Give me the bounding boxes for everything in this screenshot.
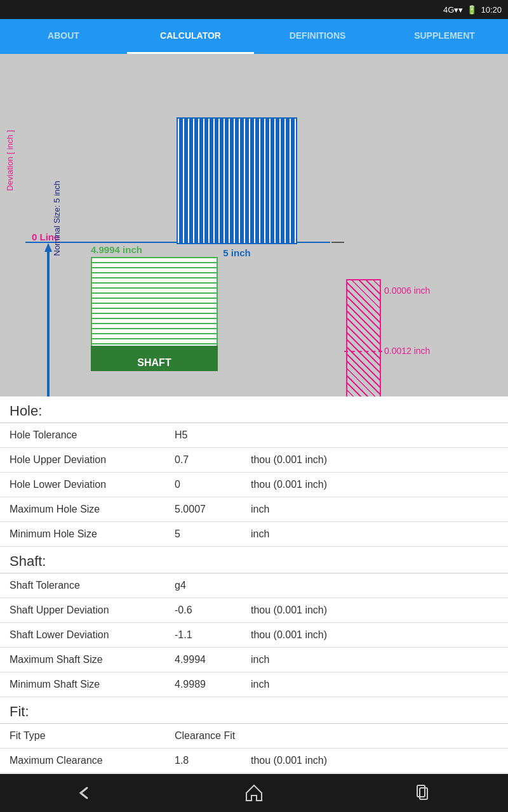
row-label: Shaft Lower Deviation — [10, 629, 175, 641]
row-value: Clearance Fit — [175, 730, 251, 742]
svg-rect-1 — [420, 788, 427, 799]
content-area: Hole: Hole Tolerance H5 Hole Upper Devia… — [0, 396, 508, 774]
row-label: Fit Type — [10, 730, 175, 742]
row-unit: thou (0.001 inch) — [251, 479, 498, 490]
row-value: -0.6 — [175, 605, 251, 616]
table-row: Maximum Shaft Size 4.9994 inch — [0, 648, 508, 672]
row-unit: inch — [251, 679, 498, 690]
row-value: 5.0007 — [175, 504, 251, 515]
home-button[interactable] — [238, 780, 270, 806]
row-label: Hole Tolerance — [10, 429, 175, 441]
table-row: Maximum Clearance 1.8 thou (0.001 inch) — [0, 749, 508, 773]
shaft-section-header: Shaft: — [0, 547, 508, 573]
row-value: 5 — [175, 528, 251, 540]
deviation-label: Deviation [ inch ] — [5, 130, 15, 191]
clearance-dash-line — [344, 351, 382, 352]
shaft-top-label: 4.9994 inch — [91, 244, 142, 255]
recents-button[interactable] — [408, 780, 439, 806]
fit-section-title: Fit: — [10, 704, 498, 720]
row-label: Maximum Clearance — [10, 755, 175, 766]
clearance-0006-label: 0.0006 inch — [384, 285, 430, 296]
tab-definitions[interactable]: DEFINITIONS — [254, 19, 381, 54]
tab-calculator[interactable]: CALCULATOR — [127, 19, 254, 54]
clearance-box — [346, 279, 381, 396]
shaft-name-label: SHAFT — [91, 357, 218, 369]
tab-bar: ABOUT CALCULATOR DEFINITIONS SUPPLEMENT — [0, 19, 508, 54]
nominal-size-label: Nominal Size: 5 inch — [52, 181, 62, 256]
table-row: Fit Type Clearance Fit — [0, 724, 508, 749]
row-value: 1.8 — [175, 755, 251, 766]
bottom-nav — [0, 774, 508, 812]
table-row: Minimum Hole Size 5 inch — [0, 522, 508, 547]
arrow-stem — [47, 251, 50, 396]
row-unit: thou (0.001 inch) — [251, 454, 498, 466]
hole-box — [177, 117, 297, 244]
row-label: Shaft Tolerance — [10, 580, 175, 591]
hole-section-title: Hole: — [10, 403, 498, 419]
tab-supplement[interactable]: SUPPLEMENT — [381, 19, 508, 54]
row-label: Minimum Hole Size — [10, 528, 175, 540]
table-row: Shaft Lower Deviation -1.1 thou (0.001 i… — [0, 623, 508, 648]
signal-icon: 4G▾▾ — [443, 5, 463, 15]
table-row: Shaft Tolerance g4 — [0, 573, 508, 598]
battery-icon: 🔋 — [467, 5, 477, 15]
svg-rect-0 — [417, 785, 425, 797]
row-unit: thou (0.001 inch) — [251, 755, 498, 766]
hole-rows: Hole Tolerance H5 Hole Upper Deviation 0… — [0, 423, 508, 547]
hole-section-header: Hole: — [0, 396, 508, 423]
shaft-rows: Shaft Tolerance g4 Shaft Upper Deviation… — [0, 573, 508, 697]
row-label: Shaft Upper Deviation — [10, 605, 175, 616]
row-unit: inch — [251, 654, 498, 665]
row-unit: inch — [251, 504, 498, 515]
row-label: Minimum Shaft Size — [10, 679, 175, 690]
fit-rows: Fit Type Clearance Fit Maximum Clearance… — [0, 724, 508, 774]
status-bar: 4G▾▾ 🔋 10:20 — [0, 0, 508, 19]
table-row: Hole Tolerance H5 — [0, 423, 508, 448]
row-label: Hole Upper Deviation — [10, 454, 175, 466]
table-row: Minimum Shaft Size 4.9989 inch — [0, 672, 508, 697]
back-button[interactable] — [69, 780, 100, 806]
row-value: 0 — [175, 479, 251, 490]
time-display: 10:20 — [481, 5, 502, 15]
row-unit: thou (0.001 inch) — [251, 629, 498, 641]
fit-section-header: Fit: — [0, 697, 508, 724]
table-row: Hole Lower Deviation 0 thou (0.001 inch) — [0, 473, 508, 497]
tab-about[interactable]: ABOUT — [0, 19, 127, 54]
row-value: H5 — [175, 429, 251, 441]
table-row: Shaft Upper Deviation -0.6 thou (0.001 i… — [0, 598, 508, 623]
row-unit: thou (0.001 inch) — [251, 605, 498, 616]
table-row: Hole Upper Deviation 0.7 thou (0.001 inc… — [0, 448, 508, 473]
row-value: 4.9989 — [175, 679, 251, 690]
row-value: g4 — [175, 580, 251, 591]
row-label: Hole Lower Deviation — [10, 479, 175, 490]
table-row: Maximum Hole Size 5.0007 inch — [0, 497, 508, 522]
clearance-0012-label: 0.0012 inch — [384, 346, 430, 356]
row-label: Maximum Hole Size — [10, 504, 175, 515]
row-unit: inch — [251, 528, 498, 540]
row-value: 4.9994 — [175, 654, 251, 665]
diagram-area: Deviation [ inch ] 0 Line Nominal Size: … — [0, 54, 508, 396]
row-value: 0.7 — [175, 454, 251, 466]
shaft-section-title: Shaft: — [10, 553, 498, 570]
tick-top — [331, 242, 344, 243]
row-value: -1.1 — [175, 629, 251, 641]
row-label: Maximum Shaft Size — [10, 654, 175, 665]
